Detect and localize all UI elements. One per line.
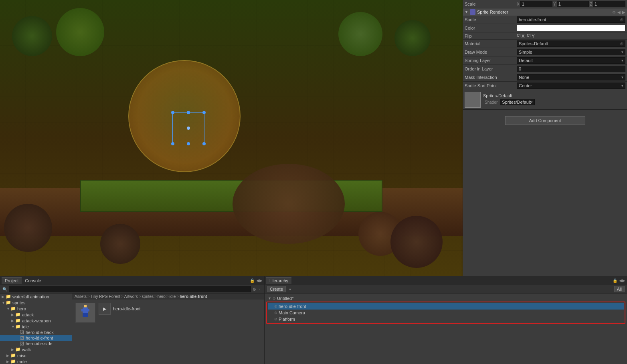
tree-item-hero-idle-side[interactable]: ▶ 🖼 hero-idle-side [0, 341, 72, 346]
unity-scene-icon: ⊙ [273, 296, 276, 300]
sr-overflow-icon[interactable]: ▶ [622, 10, 625, 14]
tree-item-hero-idle-back[interactable]: ▶ 🖼 hero-idle-back [0, 330, 72, 335]
tree-item-misc[interactable]: ▶ 📁 misc [0, 352, 72, 358]
scale-y-input[interactable]: 1 [557, 1, 589, 7]
asset-controls: ▶ hero-idle-front [99, 303, 140, 315]
hierarchy-tree: ▼ ⊙ Untitled* ⊙ hero-idle-front ⊙ Main C… [265, 294, 627, 364]
draw-mode-value[interactable]: Simple ▾ [517, 49, 625, 55]
hierarchy-item-hero-idle-front[interactable]: ⊙ hero-idle-front [268, 303, 624, 310]
project-search-input[interactable] [9, 286, 251, 292]
add-component-button[interactable]: Add Component [505, 116, 585, 125]
project-search-bar: 🔍 ⚙ ⋮ [0, 285, 264, 294]
tree-item-waterfall[interactable]: ▶ 📁 waterfall animation [0, 294, 72, 300]
tree-item-attack-weapon[interactable]: ▶ 📁 attack-weapon [0, 318, 72, 324]
misc-arrow: ▶ [6, 354, 10, 358]
scene-expand-arrow: ▼ [268, 296, 271, 300]
sprite-label: Sprite [465, 17, 517, 22]
draw-mode-arrow[interactable]: ▾ [621, 50, 623, 54]
walk-folder-icon: 📁 [15, 347, 21, 352]
shader-arrow[interactable]: ▾ [531, 100, 533, 104]
idle-label: idle [22, 324, 29, 329]
tree-item-mole[interactable]: ▶ 📁 mole [0, 358, 72, 364]
sprite-sort-point-row: Sprite Sort Point Center ▾ [463, 82, 627, 90]
tab-console[interactable]: Console [22, 278, 44, 284]
tree-item-sprites[interactable]: ▼ 📁 sprites [0, 300, 72, 306]
flip-x-item[interactable]: ☑ X [517, 33, 524, 38]
bc-tinyrpg[interactable]: Tiny RPG Forest [91, 294, 120, 299]
attack-arrow: ▶ [11, 313, 15, 317]
hier-camera-label: Main Camera [279, 310, 305, 315]
hierarchy-item-platform[interactable]: ⊙ Platform [268, 316, 624, 322]
hierarchy-item-main-camera[interactable]: ⊙ Main Camera [268, 310, 624, 316]
sprite-renderer-icon [470, 9, 475, 15]
bc-current: hero-idle-front [180, 294, 207, 299]
sprite-value[interactable]: hero-idle-front ◎ [517, 16, 625, 23]
tree-item-walk[interactable]: ▶ 📁 walk [0, 346, 72, 352]
scale-z-input[interactable]: 1 [593, 1, 625, 7]
hierarchy-tab-bar: Hierarchy 🔒 ◀▶ [265, 276, 627, 285]
sprite-sort-point-arrow[interactable]: ▾ [621, 84, 623, 88]
scale-y-label: Y [553, 2, 556, 6]
hero-label: hero [17, 306, 26, 311]
sr-settings-icon[interactable]: ⚙ [612, 10, 616, 14]
scale-x-input[interactable]: 1 [520, 1, 552, 7]
color-row: Color [463, 24, 627, 32]
tab-hierarchy[interactable]: Hierarchy [266, 277, 291, 284]
attack-folder-icon: 📁 [15, 312, 21, 317]
bc-assets[interactable]: Assets [75, 294, 87, 299]
sprites-folder-icon: 📁 [6, 300, 11, 305]
bc-artwork[interactable]: Artwork [124, 294, 138, 299]
scale-x-label: X [517, 2, 520, 6]
scene-viewport [0, 0, 463, 276]
bc-idle[interactable]: idle [170, 294, 176, 299]
asset-play-button[interactable]: ▶ [99, 303, 111, 315]
hierarchy-lock-icon[interactable]: 🔒 [613, 278, 617, 283]
project-more-icon[interactable]: ⋮ [258, 287, 262, 292]
hero-idle-back-label: hero-idle-back [26, 330, 54, 335]
tree-item-hero-idle-front[interactable]: ▶ 🖼 hero-idle-front [0, 335, 72, 341]
tree-item-attack[interactable]: ▶ 📁 attack [0, 312, 72, 318]
inspector-panel: Scale X 1 Y 1 Z 1 [463, 0, 627, 276]
hierarchy-dropdown-arrow[interactable]: ▾ [289, 287, 291, 292]
misc-label: misc [17, 353, 26, 358]
shader-value[interactable]: Sprites/Default ▾ [500, 99, 535, 105]
project-filter-icon[interactable]: ⚙ [253, 287, 256, 292]
hierarchy-scene-root[interactable]: ▼ ⊙ Untitled* [266, 295, 625, 302]
bc-hero[interactable]: hero [158, 294, 166, 299]
attack-label: attack [22, 312, 34, 317]
color-picker[interactable] [517, 25, 625, 31]
sprite-picker-icon[interactable]: ◎ [620, 18, 623, 22]
sprite-sort-point-value[interactable]: Center ▾ [517, 82, 625, 89]
hier-platform-label: Platform [279, 317, 295, 322]
hier-hero-label: hero-idle-front [279, 304, 306, 309]
hierarchy-collapse-icon[interactable]: ◀▶ [619, 278, 625, 283]
color-label: Color [465, 26, 517, 30]
hierarchy-create-button[interactable]: Create [267, 286, 286, 292]
sorting-layer-value[interactable]: Default ▾ [517, 57, 625, 64]
project-collapse-icon[interactable]: ◀▶ [256, 278, 263, 283]
project-lock-icon[interactable]: 🔒 [250, 278, 255, 283]
bc-sprites[interactable]: sprites [142, 294, 154, 299]
tab-project[interactable]: Project [2, 277, 22, 284]
material-picker-icon[interactable]: ◎ [620, 42, 623, 46]
order-in-layer-value[interactable]: 0 [517, 66, 625, 72]
sorting-layer-arrow[interactable]: ▾ [621, 58, 623, 62]
asset-browser: Assets > Tiny RPG Forest > Artwork > spr… [72, 294, 264, 364]
hierarchy-all-button[interactable]: All [614, 286, 625, 292]
tree-item-hero[interactable]: ▼ 📁 hero [0, 306, 72, 312]
material-value[interactable]: Sprites-Default ◎ [517, 40, 625, 47]
tree-item-idle[interactable]: ▼ 📁 idle [0, 324, 72, 330]
mask-interaction-arrow[interactable]: ▾ [621, 75, 623, 79]
hierarchy-toolbar: Create ▾ All [265, 285, 627, 294]
flip-y-label: Y [532, 34, 534, 38]
sprite-renderer-header[interactable]: ▼ Sprite Renderer ⚙ ◀ ▶ [463, 8, 627, 16]
project-tab-bar: Project Console 🔒 ◀▶ [0, 276, 264, 285]
mask-interaction-value[interactable]: None ▾ [517, 74, 625, 80]
platform-scene-icon: ⊙ [274, 317, 277, 321]
flip-y-checkbox[interactable]: ☑ [527, 33, 531, 38]
flip-y-item[interactable]: ☑ Y [527, 33, 534, 38]
sr-lock-icon[interactable]: ◀ [617, 10, 621, 14]
flip-x-checkbox[interactable]: ☑ [517, 33, 521, 38]
mole-folder-icon: 📁 [10, 359, 16, 364]
waterfall-folder-icon: 📁 [6, 294, 11, 299]
